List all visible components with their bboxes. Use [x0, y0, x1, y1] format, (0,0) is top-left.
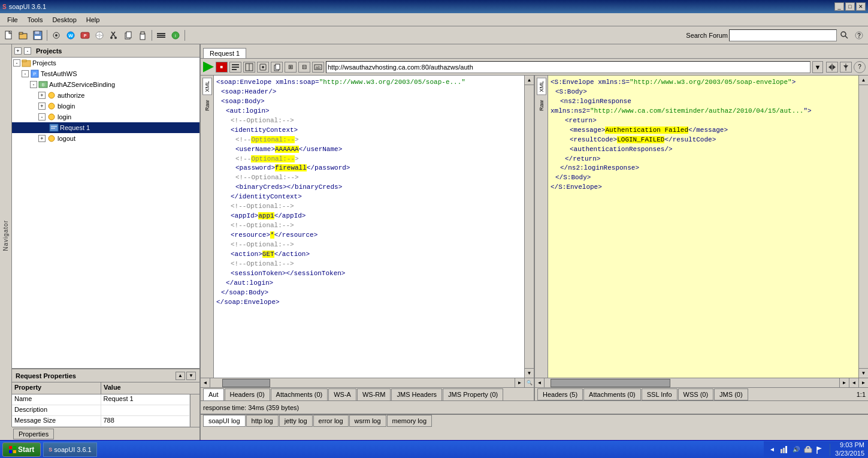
tree-item-authorize[interactable]: + authorize — [12, 90, 199, 101]
props-scroll-down[interactable]: ▼ — [186, 372, 196, 380]
log-tab-soapui[interactable]: soapUI log — [203, 415, 246, 427]
vscroll-track-right[interactable] — [859, 85, 868, 368]
tree-collapse-all[interactable]: - — [24, 47, 31, 55]
subtab-jmsheaders[interactable]: JMS Headers — [391, 388, 442, 400]
question-icon-btn[interactable]: ? — [852, 29, 866, 42]
menu-help[interactable]: Help — [81, 15, 105, 25]
tree-expand-projects[interactable]: - — [13, 59, 20, 67]
tray-icon-network[interactable] — [779, 445, 789, 454]
resp-tab-jms[interactable]: JMS (0) — [714, 388, 748, 400]
format-btn[interactable] — [229, 62, 241, 73]
hscroll-track-left[interactable] — [210, 378, 515, 388]
tree-expand-binding[interactable]: - — [30, 81, 37, 88]
start-button[interactable]: Start — [2, 442, 41, 457]
menu-desktop[interactable]: Desktop — [47, 15, 81, 25]
log-tab-memory[interactable]: memory log — [387, 415, 432, 427]
save-btn[interactable] — [31, 29, 44, 42]
resp-tab-wss[interactable]: WSS (0) — [678, 388, 714, 400]
properties-vscroll[interactable] — [190, 394, 199, 427]
tree-expand-all[interactable]: + — [14, 47, 22, 55]
open-btn[interactable] — [17, 29, 30, 42]
hscroll-next-right-btn[interactable]: ► — [858, 378, 868, 388]
cut-btn[interactable] — [107, 29, 120, 42]
right-tab-xml[interactable]: XML — [537, 78, 546, 95]
copy-clip-btn[interactable] — [122, 29, 135, 42]
log-tab-http[interactable]: http log — [246, 415, 279, 427]
menu-file[interactable]: File — [2, 15, 23, 25]
help-button[interactable]: ? — [854, 61, 866, 73]
vscroll-down-right[interactable]: ▼ — [859, 368, 868, 378]
vscroll-down-left[interactable]: ▼ — [525, 368, 534, 378]
maximize-button[interactable]: □ — [845, 2, 855, 11]
vscroll-track-left[interactable] — [525, 85, 534, 368]
request-tab-1[interactable]: Request 1 — [203, 48, 246, 58]
subtab-wsa[interactable]: WS-A — [328, 388, 356, 400]
options-btn[interactable] — [155, 29, 168, 42]
left-tab-raw[interactable]: Raw — [203, 98, 211, 113]
tree-item-blogin[interactable]: + blogin — [12, 101, 199, 112]
stop-button[interactable]: ■ — [216, 62, 228, 73]
subtab-aut[interactable]: Aut — [203, 388, 224, 400]
hscroll-left-right-btn[interactable]: ◄ — [535, 378, 545, 388]
tree-item-login[interactable]: - login — [12, 112, 199, 122]
preferences-btn[interactable] — [50, 29, 63, 42]
left-xml-content[interactable]: <soap:Envelope xmlns:soap="http://www.w3… — [214, 76, 524, 378]
url-dropdown[interactable]: ▼ — [812, 61, 823, 73]
wsdl-btn[interactable]: W — [64, 29, 77, 42]
tree-expand-testauthws[interactable]: - — [22, 70, 29, 77]
tree-item-binding[interactable]: - B AuthAZServiceBinding — [12, 79, 199, 90]
encode-btn[interactable]: ab — [312, 62, 324, 73]
tray-icon-volume[interactable]: 🔊 — [791, 445, 801, 454]
url-input[interactable] — [326, 61, 810, 73]
collapse-right-btn[interactable] — [840, 62, 852, 73]
zoom-left-btn[interactable]: 🔍 — [524, 378, 534, 388]
browser-btn[interactable] — [93, 29, 106, 42]
tree-item-logout[interactable]: + logout — [12, 133, 199, 144]
settings-btn[interactable] — [257, 62, 269, 73]
paste-btn[interactable] — [136, 29, 149, 42]
hscroll-track-right[interactable] — [545, 378, 839, 388]
hscroll-right-btn[interactable]: ► — [515, 378, 524, 388]
expand-req-btn[interactable]: ⊞ — [285, 62, 297, 73]
log-tab-error[interactable]: error log — [313, 415, 349, 427]
minimize-button[interactable]: _ — [834, 2, 844, 11]
resp-tab-attach[interactable]: Attachments (0) — [583, 388, 641, 400]
resp-tab-headers5[interactable]: Headers (5) — [537, 388, 583, 400]
subtab-attachments0[interactable]: Attachments (0) — [271, 388, 328, 400]
tray-icon-security[interactable] — [803, 445, 813, 454]
split-btn[interactable] — [243, 62, 255, 73]
hscroll-right-right-btn[interactable]: ► — [839, 378, 849, 388]
run-button[interactable] — [203, 62, 214, 73]
right-xml-content[interactable]: <S:Envelope xmlns:S="http://www.w3.org/2… — [548, 76, 858, 378]
tree-expand-authorize[interactable]: + — [38, 92, 46, 99]
tree-item-request1[interactable]: Request 1 — [12, 122, 199, 133]
green-circle-btn[interactable]: i — [169, 29, 182, 42]
vscroll-up-right[interactable]: ▲ — [859, 76, 868, 85]
close-button[interactable]: ✕ — [856, 2, 866, 11]
new-btn[interactable] — [2, 29, 16, 42]
tree-item-projects[interactable]: - Projects — [12, 58, 199, 68]
tray-icon-flag[interactable] — [815, 445, 825, 454]
log-tab-wsrm[interactable]: wsrm log — [349, 415, 386, 427]
subtab-wsrm[interactable]: WS-RM — [357, 388, 391, 400]
tree-item-testauthws[interactable]: - P TestAuthWS — [12, 68, 199, 79]
tree-expand-login[interactable]: - — [38, 113, 46, 120]
props-scroll-up[interactable]: ▲ — [176, 372, 185, 380]
collapse-req-btn[interactable]: ⊟ — [298, 62, 310, 73]
taskbar-clock[interactable]: 9:03 PM 3/23/2015 — [835, 441, 864, 457]
menu-tools[interactable]: Tools — [23, 15, 48, 25]
search-icon-btn[interactable] — [838, 29, 851, 42]
vscroll-up-left[interactable]: ▲ — [525, 76, 534, 85]
subtab-jmsprop[interactable]: JMS Property (0) — [443, 388, 503, 400]
tray-icon-arrow[interactable]: ◄ — [767, 445, 777, 454]
search-input[interactable] — [729, 29, 837, 41]
left-tab-xml[interactable]: XML — [202, 78, 212, 95]
expand-right-btn[interactable] — [826, 62, 838, 73]
subtab-headers0[interactable]: Headers (0) — [225, 388, 270, 400]
log-tab-jetty[interactable]: jetty log — [279, 415, 313, 427]
tree-expand-logout[interactable]: + — [38, 135, 46, 142]
tree-expand-blogin[interactable]: + — [38, 103, 46, 110]
hscroll-prev-right-btn[interactable]: ◄ — [849, 378, 858, 388]
hscroll-left-btn[interactable]: ◄ — [201, 378, 210, 388]
proxy-btn[interactable]: P — [78, 29, 92, 42]
